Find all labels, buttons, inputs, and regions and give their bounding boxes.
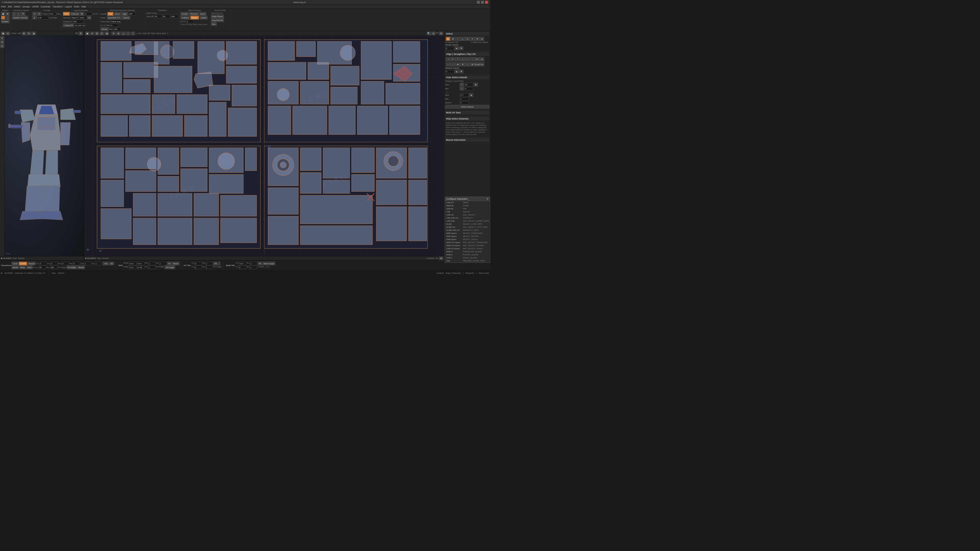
align-right[interactable]: ⊤ [455, 57, 460, 61]
align-btn-8[interactable]: M [480, 57, 484, 61]
none-btn[interactable]: None [199, 12, 206, 16]
uv-tool-3[interactable]: ⊞ [95, 32, 99, 35]
menu-edit[interactable]: Edit [8, 5, 12, 8]
uv-show-options[interactable]: ▼ [439, 256, 443, 260]
menu-transform[interactable]: Transform [52, 5, 63, 8]
vp3d-left-1[interactable]: S [0, 36, 4, 40]
fast-btn[interactable]: Fast [107, 12, 114, 16]
tu-input[interactable] [39, 262, 47, 265]
max-input-2[interactable] [460, 94, 469, 97]
multi-planar-btn[interactable]: Multi Planar [211, 14, 224, 18]
menu-unfold[interactable]: Unfold [32, 5, 38, 8]
uv-redistribute-btn[interactable] [218, 262, 220, 265]
update-unwrap-btn[interactable]: Update Unwrap [12, 16, 28, 19]
min-input-1[interactable] [465, 87, 473, 91]
straighten-2[interactable]: ↕ [450, 62, 455, 66]
box-btn[interactable]: Box [211, 22, 217, 26]
max-input-1[interactable] [465, 83, 473, 86]
unwrap-btn-1[interactable]: U [32, 12, 37, 16]
select-icon-4[interactable]: △ [460, 37, 465, 41]
x-input[interactable] [111, 24, 118, 27]
create-btn[interactable]: Create [180, 12, 189, 16]
fit-btn[interactable]: Fit [167, 262, 172, 265]
sidebar-arrow-up[interactable]: ▲ [455, 70, 459, 73]
high-btn[interactable]: High [121, 12, 128, 16]
mt-fit-btn[interactable]: Fit [258, 262, 262, 265]
mutations-input[interactable] [73, 20, 84, 23]
reset-btn2[interactable]: Reset [172, 262, 180, 265]
multi-btn[interactable]: Multi [19, 266, 26, 269]
select-icon-7[interactable]: ⊕ [475, 37, 479, 41]
seam-tool-4[interactable]: ↓ [6, 16, 10, 19]
snap-u[interactable] [129, 262, 136, 265]
bilayer-btn[interactable]: BIlayer [191, 16, 199, 19]
sv3[interactable] [148, 266, 156, 269]
sidebar-arrow-down[interactable]: ▼ [459, 70, 463, 73]
vp3d-settings-btn[interactable]: ⚙ [79, 32, 83, 35]
select-icon-2[interactable]: ⊞ [450, 37, 455, 41]
plus90-btn[interactable]: +90 [103, 262, 108, 265]
ru-input[interactable] [61, 262, 69, 265]
uv-tool-8[interactable]: △ [121, 32, 125, 35]
uv-tool-5[interactable]: ◑ [105, 32, 109, 35]
similar-arrow-up[interactable]: ▲ [455, 46, 459, 50]
seam-tool-2[interactable]: ⊕ [6, 12, 10, 16]
outlines-btn[interactable]: Outlines [180, 16, 190, 19]
fit-2[interactable]: ⊞ [470, 62, 474, 66]
sidebar-input-1[interactable] [445, 70, 454, 73]
scale-input[interactable] [84, 12, 92, 16]
select-icon-1[interactable]: ▣ [446, 37, 450, 41]
size-input[interactable] [74, 24, 86, 27]
straighten-1[interactable]: ↔ [446, 62, 450, 66]
max-arrow-2[interactable]: ▲ [469, 93, 473, 97]
fit-origin-btn[interactable]: Fit Origin [67, 266, 77, 269]
follow-avg-input[interactable] [110, 20, 121, 23]
bottom-input[interactable] [460, 101, 469, 104]
mt-input-1[interactable] [239, 262, 246, 265]
flips-input[interactable] [48, 12, 56, 16]
user-btn[interactable]: User [26, 266, 33, 269]
minimize-button[interactable]: ─ [477, 1, 480, 4]
layout-btn[interactable]: Layout [122, 16, 130, 19]
vp3d-left-2[interactable]: M [0, 40, 4, 44]
fit-origin-btn2[interactable]: Fit Origin [165, 266, 175, 269]
rv2-input[interactable] [50, 266, 57, 269]
uv-su[interactable] [205, 262, 213, 265]
similar-input-1[interactable] [445, 47, 454, 50]
viewport-uv[interactable]: ▣ ✛ ⊞ ⊡ ◑ ✕ ⊕ △ ○ □ Inst. Hide 3D Flats … [84, 31, 444, 260]
align-btn-7[interactable]: Px [475, 57, 479, 61]
labels-btn[interactable]: Labels [199, 16, 208, 19]
uv-fit-btn[interactable]: ⊡ [431, 32, 436, 35]
close-button[interactable]: ✕ [485, 1, 488, 4]
layout-btn-1[interactable]: ⊞ [80, 12, 84, 16]
vp3d-move-btn[interactable]: ✛ [6, 32, 10, 35]
spacing-input[interactable] [71, 16, 79, 19]
vp3d-smooth-btn[interactable]: ◑ [32, 32, 36, 35]
unwrap-btn-2[interactable]: O [37, 12, 41, 16]
seam-enable-btn[interactable]: Enable [1, 20, 10, 23]
sv-input[interactable] [95, 262, 102, 265]
select-icon-8[interactable]: ◈ [480, 37, 484, 41]
align-center-h[interactable]: ⊢ [450, 57, 455, 61]
avg-normal-btn[interactable]: Avg Normal [211, 18, 224, 22]
uv-tool-1[interactable]: ▣ [85, 32, 89, 35]
vp3d-select-btn[interactable]: ▣ [1, 32, 5, 35]
uv-tool-9[interactable]: ○ [126, 32, 130, 35]
fit-1[interactable]: □ [465, 62, 470, 66]
ti-btn-3[interactable]: ↻ [21, 12, 25, 16]
local-btn[interactable]: Local [11, 262, 18, 265]
select-islands-btn[interactable]: Select Islands [445, 105, 489, 108]
flip-h[interactable]: ⇄ [455, 62, 460, 66]
norm-btn[interactable]: Norm [114, 12, 121, 16]
tv-input[interactable] [50, 262, 58, 265]
global-btn[interactable]: Global [100, 27, 108, 31]
world-btn[interactable]: World [11, 266, 19, 269]
uv-tool-2[interactable]: ✛ [90, 32, 94, 35]
vp3d-left-3[interactable]: R [0, 45, 4, 48]
mt-su[interactable] [250, 262, 257, 265]
uv-zoom-btn[interactable]: 🔍 [427, 32, 431, 35]
uv-tv[interactable] [194, 266, 202, 269]
specified-td-btn[interactable]: Specified T.D. [107, 16, 121, 19]
sv2[interactable] [159, 262, 167, 265]
vp3d-iso-btn[interactable]: ⊞ [22, 32, 26, 35]
